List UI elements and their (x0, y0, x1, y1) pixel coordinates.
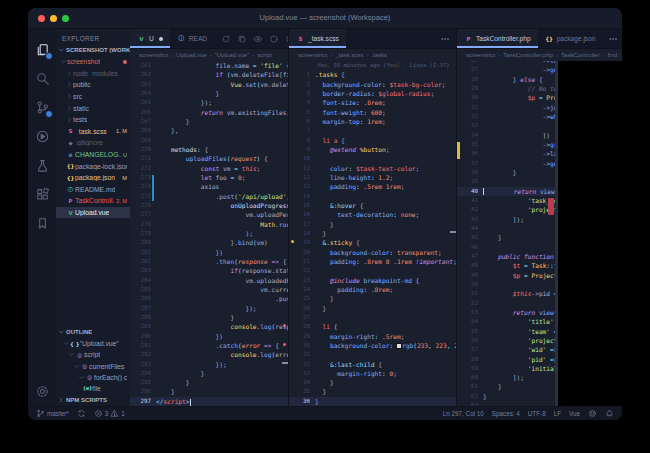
code-line[interactable]: 16 text-decoration: none; (289, 210, 456, 219)
code-line[interactable]: 277 vm.uploadPercen (130, 210, 288, 219)
code-line[interactable]: 6 margin-top: 1rem; (289, 117, 456, 126)
tab-taskcontroller.php[interactable]: PTaskController.php (457, 29, 538, 48)
outline-item[interactable]: ◎forEach() call... (56, 372, 130, 383)
code-line[interactable]: 264 } (130, 89, 288, 98)
more-actions-icon[interactable] (602, 29, 622, 48)
code-line[interactable]: 5 font-weight: 600; (289, 108, 456, 117)
tree-item[interactable]: public (56, 79, 130, 91)
code-line[interactable]: 20 background-color: transparent; (289, 248, 456, 257)
code-line[interactable]: 289 console.log(respons (130, 322, 288, 331)
language-mode-button[interactable]: Vue (569, 410, 580, 417)
breadcrumb-item[interactable]: screenshot (466, 52, 495, 58)
code-line[interactable]: 269 (130, 136, 288, 145)
code-line[interactable]: 292 console.log(error.r (130, 350, 288, 359)
workspace-section-header[interactable]: SCREENSHOT (WORKSPA... (56, 44, 130, 56)
tree-item[interactable]: VUpload.vue (56, 207, 130, 219)
breadcrumb-item[interactable]: find (607, 52, 617, 58)
code-line[interactable]: 285 vm.currentF (130, 285, 288, 294)
code-line[interactable]: 7 (289, 126, 456, 135)
outline-item[interactable]: (e)file (56, 383, 130, 394)
code-line[interactable]: 286 .push(v (130, 294, 288, 303)
code-line[interactable]: 27 (289, 313, 456, 322)
breadcrumb-item[interactable]: .tasks (371, 52, 387, 58)
tab-package.json[interactable]: {}package.json (538, 29, 603, 48)
outline-item[interactable]: ◎script (56, 349, 130, 360)
zoom-window-button[interactable] (62, 15, 69, 22)
breadcrumb-item[interactable]: Upload.vue (176, 52, 206, 58)
code-line[interactable]: 30 background-color: rgb(233, 223, 223); (289, 341, 456, 350)
tab-read[interactable]: ⓘREAD (170, 29, 214, 48)
encoding-button[interactable]: UTF-8 (528, 410, 546, 417)
tree-item[interactable]: tests (56, 114, 130, 126)
breadcrumb-item[interactable]: "Upload.vue" (215, 52, 250, 58)
code-line[interactable]: 283 if(response.status (130, 266, 288, 275)
problems-button[interactable]: 31 (94, 409, 125, 418)
search-icon[interactable] (28, 64, 56, 93)
code-line[interactable]: 262 if (vm.deleteFile[file. (130, 70, 288, 79)
code-line[interactable]: 21 padding: .8rem 0 .1rem !important; (289, 257, 456, 266)
copy-icon[interactable] (237, 34, 247, 44)
breadcrumb-item[interactable]: screenshot (298, 52, 327, 58)
code-line[interactable]: 265 }); (130, 98, 288, 107)
code-line[interactable]: 19 &.sticky { (289, 238, 456, 247)
eol-button[interactable]: LF (554, 410, 561, 417)
code-line[interactable]: 3 border-radius: $global-radius; (289, 89, 456, 98)
code-line[interactable]: 28 li { (289, 322, 456, 331)
tree-item[interactable]: {}package.jsonM (56, 172, 130, 184)
code-line[interactable]: 33 margin-right: 0; (289, 369, 456, 378)
code-line[interactable]: 290 }) (130, 332, 288, 341)
code-line[interactable]: 261 file.name = 'file' + fi (130, 61, 288, 70)
tab-u[interactable]: VU (130, 29, 170, 48)
code-line[interactable]: 29 margin-right: .5rem; (289, 332, 456, 341)
code-line[interactable]: 11 color: $task-text-color; (289, 164, 456, 173)
code-line[interactable]: 4 font-size: .8rem; (289, 98, 456, 107)
minimize-window-button[interactable] (50, 15, 57, 22)
code-line[interactable]: 280 }.bind(vm) (130, 238, 288, 247)
refresh-icon[interactable] (221, 34, 231, 44)
code-line[interactable]: 287 }); (130, 304, 288, 313)
code-line[interactable]: 24 padding: .8rem; (289, 285, 456, 294)
code-line[interactable]: 10 (289, 154, 456, 163)
bookmarks-icon[interactable] (28, 209, 56, 238)
code-line[interactable]: 25 } (289, 294, 456, 303)
test-icon[interactable] (28, 151, 56, 180)
code-line[interactable]: 1.tasks { (289, 70, 456, 79)
code-line[interactable]: 15 &:hover { (289, 201, 456, 210)
code-line[interactable]: 284 vm.uploadedFile (130, 276, 288, 285)
tree-item[interactable]: ⓘREADME.md (56, 184, 130, 196)
code-line[interactable]: 293 }); (130, 360, 288, 369)
tree-item[interactable]: {}package-lock.json (56, 160, 130, 172)
more-actions-icon[interactable] (434, 29, 456, 48)
code-line[interactable]: 272 const vm = this; (130, 164, 288, 173)
code-line[interactable]: 23 @include breakpoint-md { (289, 276, 456, 285)
breadcrumb-item[interactable]: TaskController.php (503, 52, 553, 58)
indentation-button[interactable]: Spaces: 4 (492, 410, 520, 417)
circle-icon[interactable] (269, 34, 279, 44)
tree-item[interactable]: static (56, 102, 130, 114)
tree-item[interactable]: ≡CHANGELOG....U (56, 149, 130, 161)
code-line[interactable]: 295 } (130, 378, 288, 387)
code-line[interactable]: 270 methods: { (130, 145, 288, 154)
npm-scripts-header[interactable]: NPM SCRIPTS (56, 394, 130, 406)
code-line[interactable]: 267 } (130, 117, 288, 126)
close-window-button[interactable] (38, 15, 45, 22)
tree-item[interactable]: screenshot (56, 56, 130, 68)
code-line[interactable]: 31 (289, 350, 456, 359)
outline-item[interactable]: { }"Upload.vue" (56, 338, 130, 349)
code-line[interactable]: 35 } (289, 387, 456, 396)
source-control-icon[interactable] (28, 93, 56, 122)
code-line[interactable]: 9 @extend %button; (289, 145, 456, 154)
code-line[interactable]: 279 ); (130, 229, 288, 238)
code-line[interactable]: 282 .then(response => { (130, 257, 288, 266)
code-line[interactable]: 268 }, (130, 126, 288, 135)
code-line[interactable]: 281 }) (130, 248, 288, 257)
code-line[interactable]: 276 onUploadProgress: fu (130, 201, 288, 210)
code-line[interactable]: 271 uploadFiles(request) { (130, 154, 288, 163)
tree-item[interactable]: node_modules (56, 68, 130, 80)
code-line[interactable]: 8 li a { (289, 136, 456, 145)
code-line[interactable]: 291 .catch(error => { (130, 341, 288, 350)
code-line[interactable]: 36} (289, 397, 456, 406)
code-line[interactable]: 12 line-height: 1.2; (289, 173, 456, 182)
sync-button[interactable] (77, 409, 86, 418)
git-branch-button[interactable]: master* (36, 409, 69, 418)
